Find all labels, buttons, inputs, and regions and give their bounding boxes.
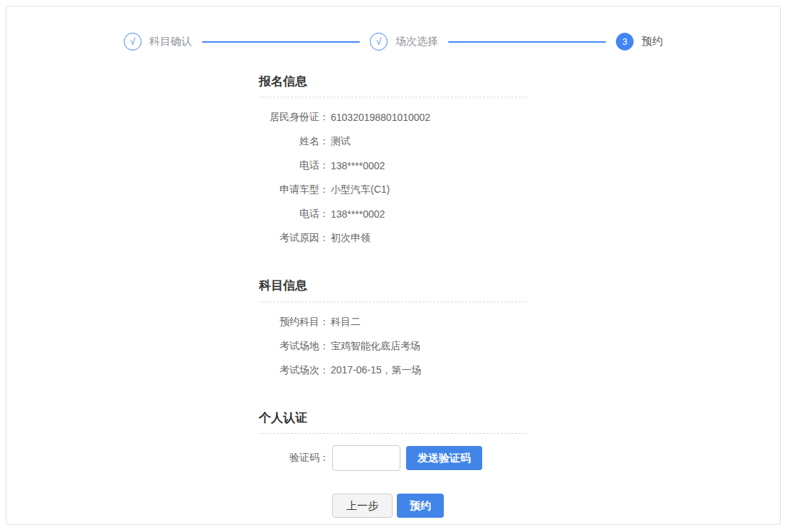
step-booking: 3 预约 xyxy=(616,33,663,50)
info-row-booked-subject: 预约科目： 科目二 xyxy=(259,310,528,334)
step-check-icon: √ xyxy=(124,33,142,50)
section-title: 报名信息 xyxy=(259,75,528,89)
row-value: 小型汽车(C1) xyxy=(331,183,390,196)
row-label: 姓名： xyxy=(259,135,329,148)
send-code-button[interactable]: 发送验证码 xyxy=(406,446,482,470)
row-label: 考试原因： xyxy=(259,232,329,245)
dashed-divider xyxy=(259,433,528,434)
row-label: 电话： xyxy=(259,208,329,220)
stepper: √ 科目确认 √ 场次选择 3 预约 xyxy=(124,6,663,50)
section-subject-info: 科目信息 预约科目： 科目二 考试场地： 宝鸡智能化底店考场 考试场次： 201… xyxy=(259,279,528,382)
step-subject-confirm: √ 科目确认 xyxy=(124,33,192,50)
info-row-phone: 电话： 138****0002 xyxy=(259,154,528,178)
info-row-name: 姓名： 测试 xyxy=(259,129,528,154)
row-label: 电话： xyxy=(259,159,329,172)
info-row-exam-site: 考试场地： 宝鸡智能化底店考场 xyxy=(259,334,528,358)
submit-booking-button[interactable]: 预约 xyxy=(397,494,444,518)
row-value: 测试 xyxy=(331,135,351,148)
captcha-input[interactable] xyxy=(332,445,400,471)
row-value: 138****0002 xyxy=(331,160,385,171)
captcha-label: 验证码： xyxy=(259,452,329,464)
row-value: 138****0002 xyxy=(331,208,385,220)
dashed-divider xyxy=(259,97,528,97)
row-label: 申请车型： xyxy=(259,183,329,196)
section-registration-info: 报名信息 居民身份证： 610320198801010002 姓名： 测试 电话… xyxy=(259,75,528,250)
info-row-exam-reason: 考试原因： 初次申领 xyxy=(259,226,528,250)
form-content: 报名信息 居民身份证： 610320198801010002 姓名： 测试 电话… xyxy=(259,75,528,518)
step-label-subject-confirm: 科目确认 xyxy=(149,35,192,48)
row-value: 初次申领 xyxy=(331,232,371,245)
info-row-exam-session: 考试场次： 2017-06-15，第一场 xyxy=(259,358,528,383)
row-label: 预约科目： xyxy=(259,316,329,329)
row-label: 考试场地： xyxy=(259,340,329,353)
section-title: 科目信息 xyxy=(259,279,528,293)
row-value: 610320198801010002 xyxy=(331,112,430,123)
row-label: 考试场次： xyxy=(259,364,329,377)
booking-wizard-card: √ 科目确认 √ 场次选择 3 预约 报名信息 居民身份证： 610320198… xyxy=(6,6,781,525)
step-check-icon: √ xyxy=(370,33,388,50)
step-label-session-select: 场次选择 xyxy=(395,35,438,48)
section-title: 个人认证 xyxy=(259,411,528,425)
row-value: 2017-06-15，第一场 xyxy=(331,364,422,377)
dashed-divider xyxy=(259,302,528,302)
prev-step-button[interactable]: 上一步 xyxy=(332,494,393,518)
step-label-booking: 预约 xyxy=(641,35,663,48)
step-number-badge: 3 xyxy=(616,33,634,50)
wizard-actions: 上一步 预约 xyxy=(259,494,528,518)
info-row-vehicle-type: 申请车型： 小型汽车(C1) xyxy=(259,178,528,202)
captcha-row: 验证码： 发送验证码 xyxy=(259,442,528,474)
row-label: 居民身份证： xyxy=(259,111,329,124)
row-value: 宝鸡智能化底店考场 xyxy=(331,340,420,353)
info-row-phone-2: 电话： 138****0002 xyxy=(259,202,528,226)
stepper-connector xyxy=(448,41,606,43)
info-row-id-number: 居民身份证： 610320198801010002 xyxy=(259,105,528,129)
row-value: 科目二 xyxy=(331,316,361,329)
step-session-select: √ 场次选择 xyxy=(370,33,438,50)
stepper-connector xyxy=(202,41,360,43)
section-personal-auth: 个人认证 验证码： 发送验证码 xyxy=(259,411,528,474)
